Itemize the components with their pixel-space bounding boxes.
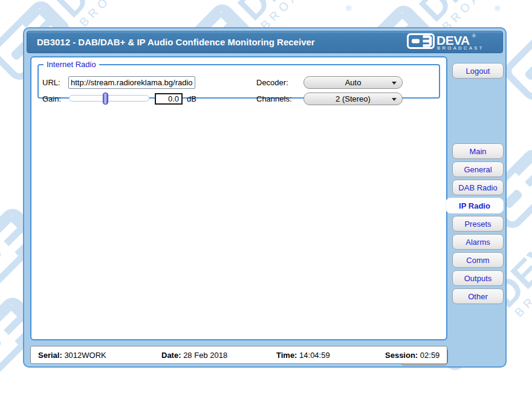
gain-value-input[interactable] [155, 93, 183, 105]
sidebar-item-dab-radio[interactable]: DAB Radio [452, 180, 504, 195]
svg-text:BROADCAST: BROADCAST [437, 45, 484, 50]
sidebar-item-comm[interactable]: Comm [452, 252, 504, 268]
watermark-reg-mark: ® [346, 4, 352, 13]
sidebar-item-ip-radio[interactable]: IP Radio [446, 198, 504, 213]
decoder-label: Decoder: [256, 78, 288, 87]
gain-label: Gain: [42, 94, 61, 103]
app-window: DB3012 - DAB/DAB+ & IP Audio Confidence … [23, 27, 507, 368]
sidebar-item-general[interactable]: General [452, 161, 504, 177]
channels-label: Channels: [256, 94, 292, 103]
session-status: Session: 02:59 [385, 351, 440, 360]
svg-text:®: ® [472, 33, 476, 39]
time-status: Time: 14:04:59 [276, 351, 330, 360]
deva-logo: DEVA ® BROADCAST [407, 32, 496, 52]
internet-radio-legend: Internet Radio [44, 60, 99, 69]
url-input[interactable] [68, 76, 195, 89]
decoder-dropdown[interactable]: Auto [303, 76, 403, 89]
status-bar: Serial: 3012WORK Date: 28 Feb 2018 Time:… [30, 346, 447, 364]
gain-slider[interactable] [69, 95, 149, 102]
decoder-selected-value: Auto [345, 78, 362, 87]
date-label: Date: [161, 351, 181, 360]
serial-value: 3012WORK [64, 351, 106, 360]
url-label: URL: [42, 78, 60, 87]
chevron-down-icon [392, 82, 397, 85]
sidebar-item-outputs[interactable]: Outputs [452, 270, 504, 286]
sidebar-item-main[interactable]: Main [452, 143, 504, 159]
header-bar: DB3012 - DAB/DAB+ & IP Audio Confidence … [27, 31, 503, 53]
chevron-down-icon [392, 98, 397, 101]
channels-dropdown[interactable]: 2 (Stereo) [303, 93, 403, 105]
deva-logo-icon: DEVA ® BROADCAST [407, 32, 496, 50]
time-value: 14:04:59 [299, 351, 330, 360]
session-value: 02:59 [420, 351, 440, 360]
date-status: Date: 28 Feb 2018 [161, 351, 227, 360]
sidebar-item-alarms[interactable]: Alarms [452, 234, 504, 250]
session-label: Session: [385, 351, 418, 360]
serial-status: Serial: 3012WORK [38, 351, 106, 360]
sidebar-item-presets[interactable]: Presets [452, 216, 504, 232]
gain-slider-handle[interactable] [103, 93, 108, 105]
serial-label: Serial: [38, 351, 62, 360]
watermark-reg-mark: ® [495, 4, 501, 13]
channels-selected-value: 2 (Stereo) [336, 94, 371, 103]
logout-button[interactable]: Logout [452, 63, 504, 79]
internet-radio-fieldset: Internet Radio URL: Decoder: Auto Gain: … [37, 60, 440, 99]
sidebar-item-other[interactable]: Other [452, 288, 504, 304]
gain-unit-label: dB [187, 94, 196, 103]
content-panel: Internet Radio URL: Decoder: Auto Gain: … [30, 56, 447, 340]
time-label: Time: [276, 351, 297, 360]
page-title: DB3012 - DAB/DAB+ & IP Audio Confidence … [33, 37, 315, 47]
date-value: 28 Feb 2018 [183, 351, 227, 360]
